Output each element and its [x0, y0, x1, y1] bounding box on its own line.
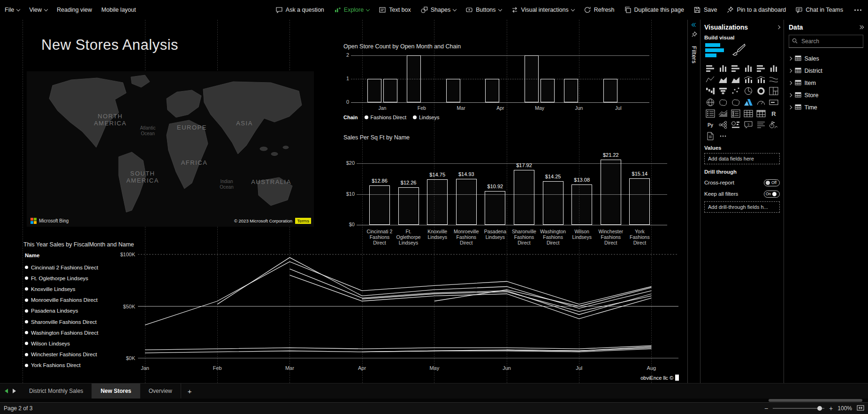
bar-sharonville-fashions-direct[interactable] — [514, 170, 534, 225]
menu-ask-a-question[interactable]: Ask a question — [271, 0, 329, 20]
menu-explore[interactable]: Explore — [329, 0, 374, 20]
next-page-icon[interactable] — [13, 389, 16, 393]
line-and-clustered-column-chart-icon[interactable] — [755, 75, 767, 85]
bar-jan-fashions-direct[interactable] — [367, 79, 381, 102]
search-box[interactable] — [789, 35, 863, 48]
legend-item[interactable]: Lindseys — [413, 115, 439, 120]
menu-duplicate-this-page[interactable]: Duplicate this page — [619, 0, 689, 20]
funnel-chart-icon[interactable] — [717, 86, 729, 96]
data-table-sales[interactable]: Sales — [789, 53, 863, 65]
open-store-count-chart[interactable]: Open Store Count by Open Month and Chain… — [343, 43, 651, 131]
scatter-chart-icon[interactable] — [730, 86, 741, 96]
pin-pane-icon[interactable] — [691, 31, 697, 39]
collapse-visualizations-icon[interactable] — [777, 25, 780, 29]
bar-wilson-lindseys[interactable] — [571, 184, 592, 225]
bar-may-lindseys[interactable] — [541, 79, 555, 102]
bar-may-fashions-direct[interactable] — [525, 55, 539, 102]
menu-text-box[interactable]: Text box — [374, 0, 416, 20]
expand-filters-icon[interactable] — [692, 23, 696, 26]
decomposition-tree-icon[interactable] — [717, 120, 729, 130]
keep-all-filters-toggle[interactable]: On — [764, 191, 780, 198]
treemap-icon[interactable] — [768, 86, 780, 96]
filled-map-icon[interactable] — [717, 97, 729, 107]
stacked-bar-chart-icon[interactable] — [704, 63, 716, 74]
bar-pasadena-lindseys[interactable] — [485, 191, 505, 225]
ribbon-chart-icon[interactable] — [768, 75, 780, 85]
menu-chat-in-teams[interactable]: Chat in Teams — [791, 0, 848, 20]
100-stacked-column-chart-icon[interactable] — [768, 63, 780, 74]
data-table-item[interactable]: Item — [789, 77, 863, 89]
zoom-in-icon[interactable]: + — [829, 405, 833, 412]
cross-report-toggle[interactable]: Off — [764, 179, 780, 186]
qa-visual-icon[interactable]: ? — [742, 120, 754, 130]
menu-pin-to-a-dashboard[interactable]: Pin to a dashboard — [722, 0, 791, 20]
r-script-visual-icon[interactable]: R — [768, 108, 780, 119]
page-tab-overview[interactable]: Overview — [140, 383, 181, 399]
map-visual[interactable]: NORTHAMERICAEUROPEASIAAFRICASOUTHAMERICA… — [27, 71, 314, 227]
format-visual-tab-icon[interactable] — [731, 43, 746, 59]
new-page-button[interactable]: + — [181, 383, 198, 399]
search-input[interactable] — [800, 38, 859, 45]
bar-monroeville-fashions-direct[interactable] — [456, 179, 477, 225]
line-and-stacked-column-chart-icon[interactable] — [742, 75, 754, 85]
bar-winchester-fashions-direct[interactable] — [601, 160, 621, 225]
menu-visual-interactions[interactable]: Visual interactions — [506, 0, 579, 20]
zoom-level[interactable]: 100% — [838, 405, 852, 412]
zoom-out-icon[interactable]: − — [764, 405, 768, 412]
kpi-icon[interactable] — [717, 108, 729, 119]
filters-pane-label[interactable]: Filters — [691, 46, 697, 64]
menu-reading-view[interactable]: Reading view — [52, 0, 97, 20]
menu-save[interactable]: Save — [689, 0, 722, 20]
get-more-visuals-icon[interactable] — [717, 131, 729, 141]
data-table-store[interactable]: Store — [789, 89, 863, 101]
clustered-column-chart-icon[interactable] — [742, 63, 754, 74]
metrics-icon[interactable] — [768, 120, 780, 130]
zoom-slider[interactable] — [773, 408, 824, 409]
data-table-time[interactable]: Time — [789, 101, 863, 114]
line-washington-fashions-direct[interactable] — [289, 275, 651, 319]
menu-file[interactable]: File — [0, 0, 24, 20]
bar-mar-fashions-direct[interactable] — [446, 79, 460, 102]
stacked-area-chart-icon[interactable] — [730, 75, 741, 85]
bar-washington-fashions-direct[interactable] — [543, 181, 563, 225]
bar-jun-fashions-direct[interactable] — [564, 79, 578, 102]
bar-knoxville-lindseys[interactable] — [427, 179, 448, 225]
pie-chart-icon[interactable] — [742, 86, 754, 96]
bar-apr-fashions-direct[interactable] — [485, 79, 499, 102]
page-tab-district-monthly-sales[interactable]: District Monthly Sales — [21, 383, 92, 399]
menu-mobile-layout[interactable]: Mobile layout — [97, 0, 141, 20]
paginated-report-icon[interactable] — [704, 131, 716, 141]
menu-shapes[interactable]: Shapes — [416, 0, 461, 20]
azure-map-icon[interactable] — [742, 97, 754, 107]
gauge-icon[interactable] — [755, 97, 767, 107]
zoom-slider-thumb[interactable] — [817, 406, 822, 411]
100-stacked-bar-chart-icon[interactable] — [755, 63, 767, 74]
bar-york-fashions-direct[interactable] — [629, 178, 650, 225]
horizontal-scrollbar-thumb[interactable] — [769, 399, 862, 402]
bar-cincinnati-2-fashions-direct[interactable] — [369, 185, 390, 225]
bar-ft-oglethorpe-lindseys[interactable] — [398, 187, 419, 225]
page-tab-new-stores[interactable]: New Stores — [92, 383, 140, 399]
previous-page-icon[interactable] — [5, 389, 8, 393]
multi-row-card-icon[interactable] — [704, 108, 716, 119]
line-monroeville-fashions-direct[interactable] — [145, 262, 651, 325]
menu-refresh[interactable]: Refresh — [579, 0, 619, 20]
bar-jan-lindseys[interactable] — [383, 79, 397, 102]
collapse-data-pane-icon[interactable] — [859, 26, 863, 29]
add-data-fields-dropzone[interactable]: Add data fields here — [704, 153, 780, 164]
card-icon[interactable] — [768, 97, 780, 107]
slicer-icon[interactable] — [730, 108, 741, 119]
this-year-sales-chart[interactable]: This Year Sales by FiscalMonth and Name … — [23, 241, 682, 382]
smart-narrative-icon[interactable] — [755, 120, 767, 130]
fit-to-page-icon[interactable] — [857, 405, 864, 412]
more-options-button[interactable] — [848, 0, 868, 20]
map-terms-link[interactable]: Terms — [295, 218, 311, 224]
key-influencers-icon[interactable] — [730, 120, 741, 130]
stacked-column-chart-icon[interactable] — [717, 63, 729, 74]
python-visual-icon[interactable]: Py — [704, 120, 716, 130]
line-chart-icon[interactable] — [704, 75, 716, 85]
donut-chart-icon[interactable] — [755, 86, 767, 96]
shape-map-icon[interactable] — [730, 97, 741, 107]
bar-feb-fashions-direct[interactable] — [407, 55, 421, 102]
build-visual-tab-icon[interactable] — [705, 43, 724, 60]
